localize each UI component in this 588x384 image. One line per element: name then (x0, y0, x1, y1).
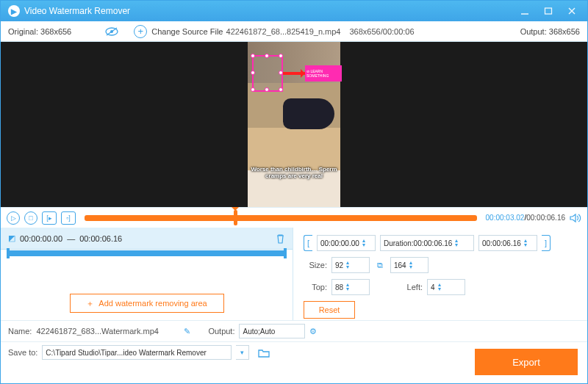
set-out-button[interactable]: ▫] (61, 211, 76, 225)
tag-icon: ◩ (8, 233, 15, 243)
left-input[interactable]: 4▴▾ (427, 279, 465, 295)
name-label: Name: (8, 327, 32, 336)
delete-segment-icon[interactable] (276, 233, 285, 244)
saveto-dropdown-icon[interactable]: ▾ (236, 345, 249, 360)
time-display: 00:00:03.02/00:00:06.16 (486, 214, 565, 222)
plus-icon: ＋ (86, 298, 94, 309)
maximize-button[interactable] (540, 4, 556, 18)
add-watermark-area-button[interactable]: ＋Add watermark removing area (70, 294, 224, 313)
minimize-button[interactable] (517, 4, 533, 18)
watermark-target-badge: ⊘ LEARN SOMETHING (305, 65, 342, 81)
spinner-icon[interactable]: ▴▾ (524, 239, 527, 247)
top-label: Top: (304, 283, 327, 291)
reset-button[interactable]: Reset (304, 301, 355, 319)
output-settings-icon[interactable]: ⚙ (309, 327, 317, 336)
name-value: 422461872_683...Watermark.mp4 (36, 327, 179, 336)
start-time-input[interactable]: 00:00:00.00▴▾ (317, 235, 376, 251)
spinner-icon[interactable]: ▴▾ (409, 261, 412, 269)
saveto-input[interactable] (42, 345, 232, 360)
app-logo-icon: ▶ (8, 5, 20, 17)
svg-rect-1 (545, 8, 552, 14)
add-area-label: Add watermark removing area (98, 299, 207, 308)
annotation-arrow-icon (283, 72, 305, 75)
video-content (283, 98, 334, 129)
link-aspect-icon[interactable]: ⧉ (377, 261, 383, 270)
timeline-knob[interactable] (234, 210, 237, 225)
output-size-label: Output: 368x656 (520, 27, 580, 36)
segments-panel: ◩ 00:00:00.00 — 00:00:06.16 ＋Add waterma… (1, 228, 293, 320)
segment-range-slider[interactable] (8, 250, 285, 256)
output-label: Output: (208, 327, 234, 336)
width-input[interactable]: 92▴▾ (331, 257, 370, 273)
video-preview[interactable]: Worse than childbirth… Sperm cramps are … (1, 42, 587, 207)
spinner-icon[interactable]: ▴▾ (455, 239, 458, 247)
info-bar: Original: 368x656 + Change Source File 4… (1, 21, 587, 42)
transport-bar: ▷ □ [▸ ▫] 00:00:03.02/00:00:06.16 (1, 207, 587, 228)
volume-icon[interactable] (570, 213, 581, 223)
app-title: Video Watermark Remover (24, 6, 130, 16)
set-in-button[interactable]: [▸ (42, 211, 57, 225)
segment-start: 00:00:00.00 (20, 234, 62, 243)
source-meta: 368x656/00:00:06 (350, 27, 415, 36)
open-folder-icon[interactable] (258, 348, 270, 358)
title-bar: ▶ Video Watermark Remover (1, 1, 587, 21)
segment-end: 00:00:06.16 (79, 234, 122, 243)
watermark-selection[interactable] (252, 55, 283, 92)
settings-area: ◩ 00:00:00.00 — 00:00:06.16 ＋Add waterma… (1, 228, 587, 320)
spinner-icon[interactable]: ▴▾ (362, 239, 365, 247)
timeline-slider[interactable] (85, 215, 477, 221)
stop-button[interactable]: □ (24, 211, 37, 225)
end-time-input[interactable]: 00:00:06.16▴▾ (478, 235, 537, 251)
change-source-label: Change Source File (151, 27, 223, 36)
export-button[interactable]: Export (475, 349, 578, 375)
change-source-button[interactable]: + Change Source File (134, 25, 223, 38)
height-input[interactable]: 164▴▾ (390, 257, 429, 273)
spinner-icon[interactable]: ▴▾ (346, 261, 349, 269)
close-button[interactable] (564, 4, 580, 18)
size-label: Size: (304, 261, 327, 269)
edit-name-icon[interactable]: ✎ (184, 327, 190, 336)
plus-icon: + (134, 25, 147, 38)
duration-input[interactable]: Duration:00:00:06.16▴▾ (380, 235, 474, 251)
preview-toggle-icon[interactable] (104, 26, 119, 37)
play-button[interactable]: ▷ (7, 211, 20, 225)
segment-row[interactable]: ◩ 00:00:00.00 — 00:00:06.16 (1, 228, 293, 250)
source-filename: 422461872_68...825419_n.mp4 (226, 27, 341, 36)
original-size-label: Original: 368x656 (8, 27, 71, 36)
left-label: Left: (399, 283, 423, 291)
output-format-input[interactable] (239, 324, 305, 338)
properties-panel: [ 00:00:00.00▴▾ Duration:00:00:06.16▴▾ 0… (293, 228, 587, 320)
video-caption: Worse than childbirth… Sperm cramps are … (248, 166, 340, 179)
top-input[interactable]: 88▴▾ (331, 279, 370, 295)
saveto-label: Save to: (8, 348, 37, 357)
name-output-row: Name: 422461872_683...Watermark.mp4 ✎ Ou… (1, 320, 587, 341)
bracket-left-icon[interactable]: [ (304, 235, 312, 251)
spinner-icon[interactable]: ▴▾ (346, 283, 349, 291)
bracket-right-icon[interactable]: ] (542, 235, 551, 251)
spinner-icon[interactable]: ▴▾ (438, 283, 441, 291)
